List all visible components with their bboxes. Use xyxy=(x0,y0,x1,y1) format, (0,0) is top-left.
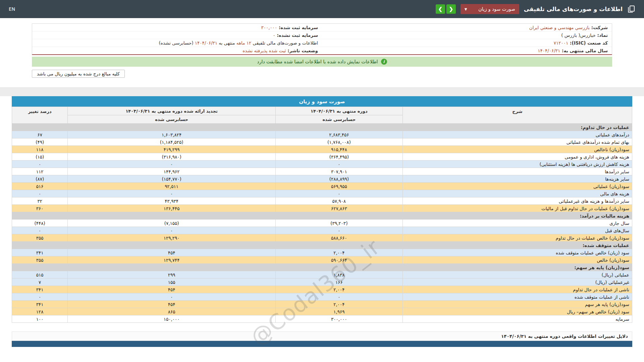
row-label: هزینه های مالی xyxy=(402,190,632,197)
cell-current-period: ۰ xyxy=(275,227,402,234)
cell-percent-change: ۶۷ xyxy=(12,131,68,138)
cell-prior-period: ۱,۶۰۳,۸۲۴ xyxy=(68,131,275,138)
statement-row: درآمدهای عملیاتی۲,۶۸۳,۴۵۶۱,۶۰۳,۸۲۴۶۷ xyxy=(12,131,632,138)
row-label: سود(زیان) پایه هر سهم: xyxy=(402,264,632,271)
cell-current-period: ۲,۶۸۳,۴۵۶ xyxy=(275,131,402,138)
cell-prior-period: ۴۵۴ xyxy=(68,301,275,308)
cell-prior-period: ۰ xyxy=(68,227,275,234)
reasons-title: دلایل تغییرات اطلاعات واقعی دوره منتهی ب… xyxy=(12,331,632,341)
cell-percent-change: (۸۷) xyxy=(12,175,68,183)
cell-current-period: ۲,۰۰۴ xyxy=(275,249,402,256)
statement-row: سایر درآمدها و هزینه های غیرعملیاتی۵۷,۹۰… xyxy=(12,197,632,205)
statement-body: عملیات در حال تداوم:درآمدهای عملیاتی۲,۶۸… xyxy=(12,124,632,323)
statement-row: هزینه کاهش ارزش دریافتنی ها (هزینه استثن… xyxy=(12,161,632,168)
row-label: عملیاتی (ریال) xyxy=(402,271,632,279)
info-field-value: ۳۰۰,۰۰۰ xyxy=(261,25,277,30)
statement-row: سال‌های قبل۰۰۰ xyxy=(12,227,632,234)
info-field-value: ۱۲ ماهه xyxy=(236,40,252,46)
cell-prior-period: ۴۱۹,۲۹۹ xyxy=(68,146,275,153)
statement-row: سود(زیان) ناخالص۹۱۵,۴۴۸۴۱۹,۲۹۹۱۱۸ xyxy=(12,146,632,153)
row-label: سود(زیان) عملیات در حال تداوم قبل از مال… xyxy=(402,205,632,212)
row-label: سایر هزینه‌ها xyxy=(402,175,632,183)
company-info-cell: سال مالی منتهی به: ۱۴۰۴/۰۶/۳۱ xyxy=(322,47,612,55)
statement-type-dropdown[interactable]: صورت سود و زیان ▼ xyxy=(461,4,519,14)
cell-current-period xyxy=(275,124,402,131)
cell-current-period: ۱,۸۳۸ xyxy=(275,271,402,279)
cell-percent-change xyxy=(12,212,68,220)
row-label: هزینه کاهش ارزش دریافتنی ها (هزینه استثن… xyxy=(402,161,632,168)
row-label: سایر درآمدها و هزینه های غیرعملیاتی xyxy=(402,197,632,205)
row-label: سود(زیان) پایه هر سهم xyxy=(402,301,632,308)
statement-row: هزینه های فروش، اداری و عمومی(۳۶۴,۴۹۵)(۳… xyxy=(12,153,632,161)
cell-current-period: ۲,۰۰۴ xyxy=(275,286,402,293)
col-header-prior-period: تجدید ارائه شده دوره منتهی به ۱۴۰۳/۰۶/۳۱ xyxy=(68,107,275,115)
company-info-panel: شرکت: بازرسي مهندسي و صنعتي ايرانسرمایه … xyxy=(32,23,612,55)
cell-current-period: ۵۶۹,۹۵۵ xyxy=(275,183,402,190)
cell-prior-period: (۷,۱۵۵) xyxy=(68,220,275,227)
cell-prior-period: ۹۲,۵۱۱ xyxy=(68,183,275,190)
statement-section-row: عملیات در حال تداوم: xyxy=(12,124,632,131)
statement-row: سود(زیان) پایه هر سهم۲,۰۰۴۴۵۴۳۴۱ xyxy=(12,301,632,308)
row-label: هزینه مالیات بر درآمد: xyxy=(402,212,632,220)
statement-row: سرمایه۳۰۰,۰۰۰۱۵۰,۰۰۰۱۰۰ xyxy=(12,315,632,323)
row-label: سود(زیان) ناخالص xyxy=(402,146,632,153)
cell-prior-period: ۱۴۴,۹۶۲ xyxy=(68,168,275,175)
info-field-label: سال مالی منتهی به: xyxy=(560,48,608,53)
next-statement-button[interactable]: ❯ xyxy=(436,4,445,14)
cell-current-period xyxy=(275,242,402,249)
cell-percent-change: ۵۱۶ xyxy=(12,183,68,190)
info-field-value: بازرسي مهندسي و صنعتي ايران xyxy=(529,25,590,30)
statement-section-row: عملیات متوقف شده: xyxy=(12,242,632,249)
row-label: هزینه های فروش، اداری و عمومی xyxy=(402,153,632,161)
cell-prior-period xyxy=(68,124,275,131)
col-header-percent-change: درصد تغییر xyxy=(12,107,68,124)
cell-prior-period: ۱۲۹,۷۴۴ xyxy=(68,256,275,264)
info-field-value: ۰ xyxy=(273,33,275,38)
cell-percent-change xyxy=(12,264,68,271)
row-label: سود (زیان) خالص عملیات متوقف شده xyxy=(402,249,632,256)
cell-percent-change xyxy=(12,242,68,249)
statement-row: هزینه های مالی۰۰۰ xyxy=(12,190,632,197)
cell-percent-change: ۳۵۵ xyxy=(12,256,68,264)
cell-percent-change xyxy=(12,124,68,131)
cell-percent-change: (۴۹) xyxy=(12,138,68,146)
statement-section-row: هزینه مالیات بر درآمد: xyxy=(12,212,632,220)
cell-percent-change: ۰ xyxy=(12,293,68,301)
cell-prior-period: ۰ xyxy=(68,161,275,168)
cell-prior-period: ۴۳,۹۳۴ xyxy=(68,197,275,205)
cell-current-period: ۰ xyxy=(275,293,402,301)
cell-current-period xyxy=(275,212,402,220)
info-field-value: ثبت شده پذیرفته نشده xyxy=(243,48,286,53)
cell-prior-period: ۲۹۹ xyxy=(68,271,275,279)
cell-prior-period: (۱۵۴,۷۷۰) xyxy=(68,175,275,183)
statement-row: سود(زیان) عملیات در حال تداوم قبل از مال… xyxy=(12,205,632,212)
reasons-section: دلایل تغییرات اطلاعات واقعی دوره منتهی ب… xyxy=(12,331,632,347)
info-field-value: منتهی به xyxy=(217,40,236,46)
row-label: بهای تمام شده درآمدهای عملیاتی xyxy=(402,138,632,146)
cell-current-period: (۱,۷۶۸,۰۰۸) xyxy=(275,138,402,146)
company-info-cell: سرمایه ثبت شده: ۳۰۰,۰۰۰ xyxy=(32,24,322,32)
cell-percent-change: ۰ xyxy=(12,227,68,234)
cell-percent-change: ۳۴۱ xyxy=(12,249,68,256)
cell-current-period: ۱۶۶ xyxy=(275,279,402,286)
row-label: سال‌های قبل xyxy=(402,227,632,234)
statement-row: ناشی از عملیات متوقف شده۰۰۰ xyxy=(12,293,632,301)
copy-document-icon[interactable] xyxy=(627,5,635,13)
cell-percent-change: ۳۴۱ xyxy=(12,301,68,308)
prev-statement-button[interactable]: ❮ xyxy=(446,4,456,14)
cell-percent-change: ۷ xyxy=(12,279,68,286)
signed-info-text: اطلاعات نمایش داده شده با اطلاعات امضا ش… xyxy=(257,59,378,64)
info-field-value: ۱۴۰۴/۰۶/۳۱ xyxy=(195,40,217,46)
statement-row: بهای تمام شده درآمدهای عملیاتی(۱,۷۶۸,۰۰۸… xyxy=(12,138,632,146)
statement-nav: ❮ ❯ xyxy=(436,4,456,14)
row-label: ناشی از عملیات در حال تداوم xyxy=(402,286,632,293)
company-info-row: نماد: خبازرس( بازرس )سرمایه ثبت نشده: ۰ xyxy=(32,32,612,39)
row-label: ناشی از عملیات متوقف شده xyxy=(402,293,632,301)
statement-header: شرح دوره منتهی به ۱۴۰۴/۰۶/۳۱ تجدید ارائه… xyxy=(12,107,632,124)
info-field-label: نماد: xyxy=(596,33,608,38)
info-field-label: وضعیت ناشر: xyxy=(286,48,318,53)
cell-percent-change: ۳۴۱ xyxy=(12,286,68,293)
cell-percent-change: ۱۰۰ xyxy=(12,315,68,323)
cell-percent-change: ۰ xyxy=(12,190,68,197)
language-switch-link[interactable]: EN xyxy=(9,6,15,12)
